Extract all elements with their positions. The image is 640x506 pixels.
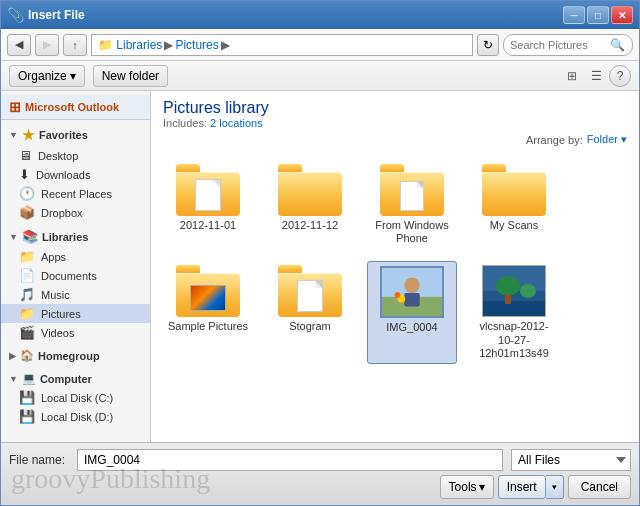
folder-2012-11-12[interactable]: 2012-11-12 <box>265 160 355 249</box>
recent-icon: 🕐 <box>19 186 35 201</box>
sidebar-item-pictures[interactable]: 📁 Pictures <box>1 304 150 323</box>
folder-icon <box>380 164 444 216</box>
folder-icon <box>278 164 342 216</box>
star-icon: ★ <box>22 127 35 143</box>
computer-header[interactable]: ▼ 💻 Computer <box>1 369 150 388</box>
filetype-select[interactable]: All Files <box>511 449 631 471</box>
arrange-button[interactable]: Folder ▾ <box>587 133 627 146</box>
sidebar-item-desktop[interactable]: 🖥 Desktop <box>1 146 150 165</box>
filename-input[interactable] <box>77 449 503 471</box>
outlook-label: Microsoft Outlook <box>25 101 119 113</box>
sidebar-item-recent[interactable]: 🕐 Recent Places <box>1 184 150 203</box>
file-name: From Windows Phone <box>371 219 453 245</box>
file-name: Stogram <box>289 320 331 333</box>
locations-link[interactable]: 2 locations <box>210 117 263 129</box>
refresh-button[interactable]: ↻ <box>477 34 499 56</box>
file-name: IMG_0004 <box>386 321 437 334</box>
address-path[interactable]: 📁 Libraries ▶ Pictures ▶ <box>91 34 473 56</box>
toolbar: Organize ▾ New folder ⊞ ☰ ? <box>1 61 639 91</box>
disk-c-icon: 💾 <box>19 390 35 405</box>
videos-icon: 🎬 <box>19 325 35 340</box>
file-img-0004[interactable]: IMG_0004 <box>367 261 457 364</box>
view-list-button[interactable]: ☰ <box>585 65 607 87</box>
sidebar-item-videos[interactable]: 🎬 Videos <box>1 323 150 342</box>
sidebar-item-documents[interactable]: 📄 Documents <box>1 266 150 285</box>
close-button[interactable]: ✕ <box>611 6 633 24</box>
includes-text: Includes: 2 locations <box>163 117 627 129</box>
folder-sample-pictures[interactable]: Sample Pictures <box>163 261 253 364</box>
new-folder-button[interactable]: New folder <box>93 65 168 87</box>
chevron-icon: ▶ <box>9 351 16 361</box>
apps-label: Apps <box>41 251 66 263</box>
arrange-chevron-icon: ▾ <box>621 133 627 145</box>
tools-button[interactable]: Tools ▾ <box>440 475 494 499</box>
folder-icon <box>482 164 546 216</box>
library-title: Pictures library <box>163 99 627 117</box>
chevron-icon: ▼ <box>9 130 18 140</box>
search-input[interactable] <box>510 39 610 51</box>
pictures-label: Pictures <box>41 308 81 320</box>
image-preview <box>483 266 545 316</box>
title-controls: ─ □ ✕ <box>563 6 633 24</box>
music-icon: 🎵 <box>19 287 35 302</box>
help-button[interactable]: ? <box>609 65 631 87</box>
sidebar-item-music[interactable]: 🎵 Music <box>1 285 150 304</box>
sidebar-item-disk-c[interactable]: 💾 Local Disk (C:) <box>1 388 150 407</box>
music-label: Music <box>41 289 70 301</box>
file-name: 2012-11-12 <box>282 219 338 232</box>
insert-button[interactable]: Insert <box>498 475 546 499</box>
folder-my-scans[interactable]: My Scans <box>469 160 559 249</box>
svg-point-9 <box>496 276 520 296</box>
folder-icon <box>176 265 240 317</box>
homegroup-icon: 🏠 <box>20 349 34 362</box>
file-area: Pictures library Includes: 2 locations A… <box>151 91 639 442</box>
view-controls: ⊞ ☰ ? <box>561 65 631 87</box>
svg-rect-10 <box>505 294 511 304</box>
svg-rect-3 <box>404 293 419 307</box>
disk-d-label: Local Disk (D:) <box>41 411 113 423</box>
forward-button[interactable]: ▶ <box>35 34 59 56</box>
downloads-label: Downloads <box>36 169 90 181</box>
homegroup-header[interactable]: ▶ 🏠 Homegroup <box>1 346 150 365</box>
homegroup-label: Homegroup <box>38 350 100 362</box>
documents-label: Documents <box>41 270 97 282</box>
favorites-header[interactable]: ▼ ★ Favorites <box>1 124 150 146</box>
svg-rect-8 <box>483 301 545 316</box>
action-row: Tools ▾ Insert ▾ Cancel <box>9 475 631 499</box>
file-vlcsnap[interactable]: vlcsnap-2012-10-27-12h01m13s49 <box>469 261 559 364</box>
folder-stogram[interactable]: Stogram <box>265 261 355 364</box>
folder-2012-11-01[interactable]: 2012-11-01 <box>163 160 253 249</box>
homegroup-section: ▶ 🏠 Homegroup <box>1 346 150 365</box>
sidebar-outlook[interactable]: ⊞ Microsoft Outlook <box>1 95 150 120</box>
sidebar-item-dropbox[interactable]: 📦 Dropbox <box>1 203 150 222</box>
file-grid: 2012-11-01 2012-11-12 <box>151 152 639 442</box>
folder-from-windows-phone[interactable]: From Windows Phone <box>367 160 457 249</box>
title-icon: 📎 <box>7 7 24 23</box>
file-header: Pictures library Includes: 2 locations <box>151 91 639 133</box>
file-name: 2012-11-01 <box>180 219 236 232</box>
folder-icon <box>278 265 342 317</box>
favorites-section: ▼ ★ Favorites 🖥 Desktop ⬇ Downloads 🕐 Re… <box>1 124 150 222</box>
filename-label: File name: <box>9 453 69 467</box>
organize-button[interactable]: Organize ▾ <box>9 65 85 87</box>
computer-icon: 💻 <box>22 372 36 385</box>
outlook-icon: ⊞ <box>9 99 21 115</box>
minimize-button[interactable]: ─ <box>563 6 585 24</box>
tools-chevron-icon: ▾ <box>479 480 485 494</box>
file-name: My Scans <box>490 219 538 232</box>
libraries-header[interactable]: ▼ 📚 Libraries <box>1 226 150 247</box>
computer-section: ▼ 💻 Computer 💾 Local Disk (C:) 💾 Local D… <box>1 369 150 426</box>
cancel-button[interactable]: Cancel <box>568 475 631 499</box>
maximize-button[interactable]: □ <box>587 6 609 24</box>
insert-dropdown-button[interactable]: ▾ <box>546 475 564 499</box>
view-toggle-button[interactable]: ⊞ <box>561 65 583 87</box>
title-bar: 📎 Insert File ─ □ ✕ <box>1 1 639 29</box>
up-button[interactable]: ↑ <box>63 34 87 56</box>
sidebar-item-apps[interactable]: 📁 Apps <box>1 247 150 266</box>
address-bar: ◀ ▶ ↑ 📁 Libraries ▶ Pictures ▶ ↻ 🔍 <box>1 29 639 61</box>
search-box[interactable]: 🔍 <box>503 34 633 56</box>
sidebar-item-downloads[interactable]: ⬇ Downloads <box>1 165 150 184</box>
back-button[interactable]: ◀ <box>7 34 31 56</box>
sidebar-item-disk-d[interactable]: 💾 Local Disk (D:) <box>1 407 150 426</box>
folder-icon <box>176 164 240 216</box>
